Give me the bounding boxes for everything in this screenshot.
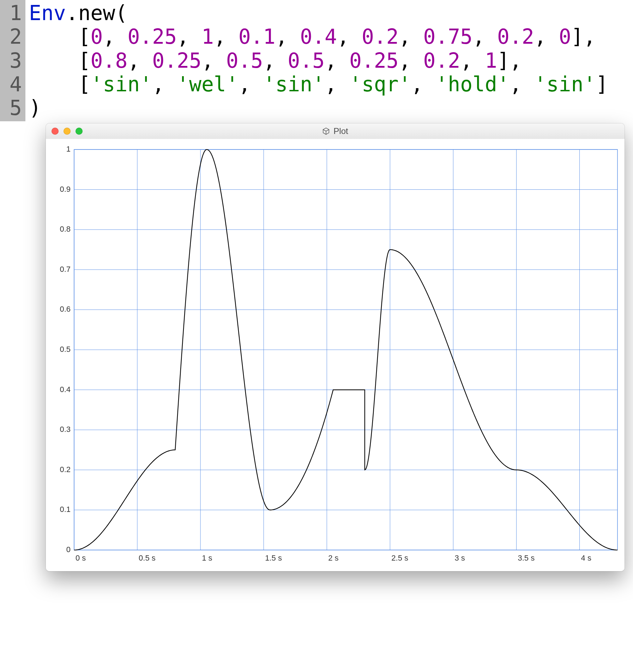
line-number-gutter: 1 2 3 4 5: [0, 0, 25, 121]
plot-area: 00.10.20.30.40.50.60.70.80.910 s0.5 s1 s…: [46, 139, 625, 571]
zoom-icon[interactable]: [76, 128, 83, 135]
svg-text:0.5: 0.5: [60, 345, 71, 354]
svg-text:0.2: 0.2: [60, 465, 71, 474]
svg-text:0.4: 0.4: [60, 385, 71, 394]
minimize-icon[interactable]: [64, 128, 71, 135]
plot-window: Plot 00.10.20.30.40.50.60.70.80.910 s0.5…: [46, 123, 625, 571]
svg-text:1 s: 1 s: [202, 554, 212, 562]
svg-text:0 s: 0 s: [76, 554, 86, 562]
window-controls: [46, 128, 83, 135]
svg-text:1: 1: [66, 145, 71, 153]
code-editor: 1 2 3 4 5 Env.new( [0, 0.25, 1, 0.1, 0.4…: [0, 0, 633, 121]
window-title: Plot: [333, 126, 348, 136]
svg-text:0.1: 0.1: [60, 505, 71, 514]
svg-text:0.7: 0.7: [60, 265, 71, 274]
svg-text:0.6: 0.6: [60, 305, 71, 313]
svg-text:2.5 s: 2.5 s: [391, 554, 408, 562]
svg-text:4 s: 4 s: [581, 554, 591, 562]
svg-text:1.5 s: 1.5 s: [265, 554, 282, 562]
svg-text:0.8: 0.8: [60, 225, 71, 233]
svg-text:0.3: 0.3: [60, 425, 71, 434]
close-icon[interactable]: [52, 128, 59, 135]
window-titlebar[interactable]: Plot: [46, 123, 625, 139]
svg-text:0.5 s: 0.5 s: [139, 554, 156, 562]
svg-text:0.9: 0.9: [60, 185, 71, 194]
app-icon: [322, 127, 330, 135]
svg-text:3.5 s: 3.5 s: [518, 554, 535, 562]
envelope-plot: 00.10.20.30.40.50.60.70.80.910 s0.5 s1 s…: [46, 139, 625, 571]
svg-text:2 s: 2 s: [328, 554, 338, 562]
svg-text:3 s: 3 s: [454, 554, 465, 562]
svg-text:0: 0: [66, 545, 71, 554]
code-area[interactable]: Env.new( [0, 0.25, 1, 0.1, 0.4, 0.2, 0.7…: [25, 0, 608, 121]
